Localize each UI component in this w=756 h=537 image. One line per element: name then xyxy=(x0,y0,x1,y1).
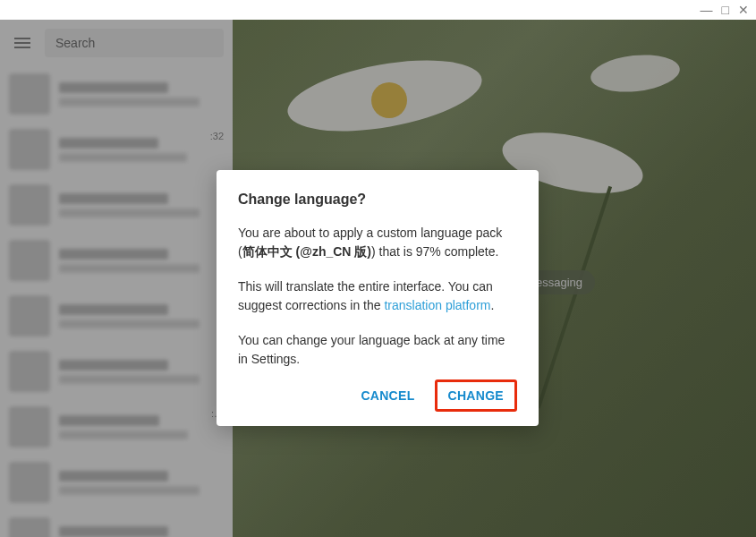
dialog-body-2: This will translate the entire interface… xyxy=(238,277,517,315)
change-language-dialog: Change language? You are about to apply … xyxy=(217,170,539,426)
window-maximize-button[interactable]: □ xyxy=(722,4,729,16)
dialog-body-1: You are about to apply a custom language… xyxy=(238,224,517,261)
cancel-button[interactable]: CANCEL xyxy=(348,379,427,412)
window-minimize-button[interactable]: — xyxy=(701,4,713,16)
dialog-body-3: You can change your language back at any… xyxy=(238,331,517,369)
window-titlebar: — □ ✕ xyxy=(0,0,756,20)
change-button[interactable]: CHANGE xyxy=(435,379,517,412)
translation-platform-link[interactable]: translation platform xyxy=(384,298,490,312)
dialog-title: Change language? xyxy=(238,192,517,208)
window-close-button[interactable]: ✕ xyxy=(738,4,749,16)
